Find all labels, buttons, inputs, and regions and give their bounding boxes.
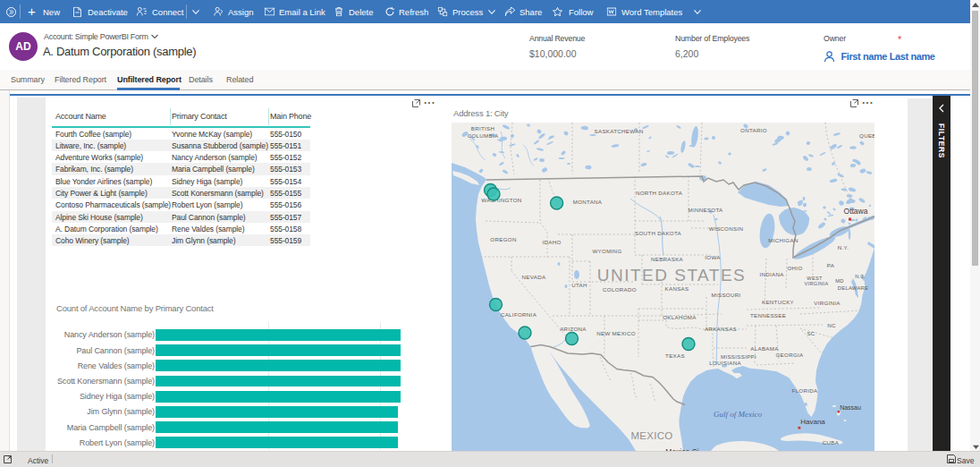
svg-text:WASHINGTON: WASHINGTON bbox=[481, 197, 521, 203]
svg-text:MD: MD bbox=[835, 278, 844, 284]
svg-text:DELAWARE: DELAWARE bbox=[838, 285, 869, 291]
svg-text:NEBRASKA: NEBRASKA bbox=[651, 256, 684, 262]
svg-text:NC: NC bbox=[827, 322, 836, 328]
svg-text:Gulf of Mexico: Gulf of Mexico bbox=[714, 410, 762, 419]
svg-text:VIRGINIA: VIRGINIA bbox=[814, 300, 841, 306]
svg-text:OKLAHOMA: OKLAHOMA bbox=[663, 314, 697, 320]
svg-text:IDAHO: IDAHO bbox=[542, 239, 561, 245]
svg-text:GEORGIA: GEORGIA bbox=[776, 352, 805, 358]
svg-text:VIRGINIA: VIRGINIA bbox=[805, 281, 829, 286]
svg-text:ARIZONA: ARIZONA bbox=[560, 326, 587, 332]
svg-text:ALABAMA: ALABAMA bbox=[750, 345, 779, 352]
svg-text:LOUISIANA: LOUISIANA bbox=[709, 360, 741, 366]
svg-text:Ottawa: Ottawa bbox=[844, 207, 868, 216]
svg-text:INDIANA: INDIANA bbox=[759, 271, 784, 277]
svg-text:TEXAS: TEXAS bbox=[665, 352, 685, 359]
svg-text:MISSOURI: MISSOURI bbox=[712, 292, 741, 298]
svg-text:OREGON: OREGON bbox=[490, 236, 516, 242]
svg-text:CALIFORNIA: CALIFORNIA bbox=[501, 311, 537, 318]
svg-text:WYOMING: WYOMING bbox=[592, 248, 621, 254]
svg-text:WISCONSIN: WISCONSIN bbox=[709, 225, 743, 232]
svg-text:NEVADA: NEVADA bbox=[522, 274, 546, 280]
svg-text:Havana: Havana bbox=[800, 418, 825, 426]
svg-text:Nassau: Nassau bbox=[840, 404, 861, 411]
svg-text:PA: PA bbox=[827, 262, 835, 268]
svg-text:SASKATCHEWAN: SASKATCHEWAN bbox=[595, 128, 644, 134]
svg-text:ONTARIO: ONTARIO bbox=[740, 127, 767, 133]
svg-text:N.J.: N.J. bbox=[855, 274, 866, 279]
svg-text:MINNESOTA: MINNESOTA bbox=[688, 207, 723, 213]
svg-text:COLUMBIA: COLUMBIA bbox=[468, 132, 499, 139]
svg-text:CUBA: CUBA bbox=[823, 439, 840, 446]
svg-text:ARKANSAS: ARKANSAS bbox=[705, 326, 737, 332]
svg-text:KENTUCKY: KENTUCKY bbox=[762, 299, 794, 305]
svg-text:COLORADO: COLORADO bbox=[603, 286, 637, 293]
svg-text:IOWA: IOWA bbox=[705, 254, 721, 260]
svg-text:KANSAS: KANSAS bbox=[665, 285, 689, 292]
svg-text:FLORIDA: FLORIDA bbox=[792, 387, 818, 394]
svg-text:QUEBEC: QUEBEC bbox=[859, 132, 874, 139]
svg-text:MONTANA: MONTANA bbox=[573, 199, 603, 205]
svg-text:MICHIGAN: MICHIGAN bbox=[768, 237, 798, 243]
svg-text:OHIO: OHIO bbox=[787, 265, 802, 271]
svg-text:N.Y.: N.Y. bbox=[838, 244, 849, 250]
svg-text:TENNESSEE: TENNESSEE bbox=[750, 312, 786, 318]
svg-text:BRITISH: BRITISH bbox=[471, 125, 495, 132]
svg-text:MISSISSIPPI: MISSISSIPPI bbox=[721, 353, 756, 360]
svg-text:MEXICO: MEXICO bbox=[630, 430, 672, 441]
svg-text:SOUTH DAKOTA: SOUTH DAKOTA bbox=[635, 230, 682, 236]
svg-text:UTAH: UTAH bbox=[571, 282, 587, 288]
svg-text:NORTH DAKOTA: NORTH DAKOTA bbox=[636, 190, 683, 196]
svg-text:SC: SC bbox=[807, 330, 815, 336]
svg-text:UNITED STATES: UNITED STATES bbox=[597, 266, 747, 284]
svg-text:NEW MEXICO: NEW MEXICO bbox=[596, 330, 636, 336]
